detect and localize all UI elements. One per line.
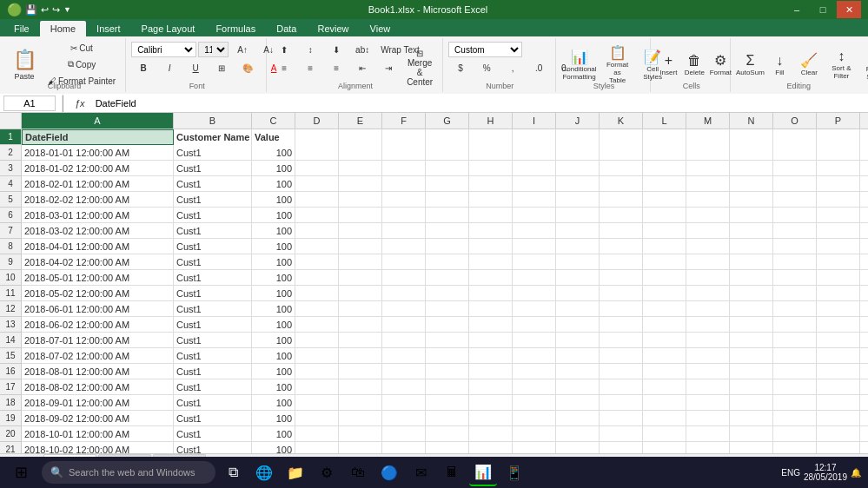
cell-r13-c6[interactable]	[426, 317, 469, 333]
cell-r18-c5[interactable]	[382, 395, 426, 411]
row-header-11[interactable]: 11	[0, 286, 22, 301]
cell-r9-c9[interactable]	[556, 254, 600, 270]
cell-r10-c5[interactable]	[382, 270, 426, 286]
cell-r13-c12[interactable]	[686, 317, 730, 333]
cell-r11-c6[interactable]	[426, 286, 469, 301]
cell-r17-c2[interactable]: 100	[252, 379, 295, 395]
cell-r14-c3[interactable]	[295, 333, 339, 348]
cell-r19-c4[interactable]	[339, 411, 382, 426]
cell-r11-c7[interactable]	[469, 286, 513, 301]
cell-r5-c6[interactable]	[426, 192, 469, 208]
cell-r14-c0[interactable]: 2018-07-01 12:00:00 AM	[22, 333, 174, 348]
cell-r15-c15[interactable]	[817, 348, 860, 364]
cell-r9-c5[interactable]	[382, 254, 426, 270]
cell-r16-c4[interactable]	[339, 364, 382, 379]
cell-r19-c1[interactable]: Cust1	[174, 411, 252, 426]
cell-r4-c7[interactable]	[469, 176, 513, 192]
autosum-button[interactable]: Σ AutoSum	[736, 42, 764, 87]
cell-r9-c0[interactable]: 2018-04-02 12:00:00 AM	[22, 254, 174, 270]
cell-r16-c12[interactable]	[686, 364, 730, 379]
cell-r7-c9[interactable]	[556, 223, 600, 239]
cell-r12-c15[interactable]	[817, 301, 860, 317]
cell-r7-c15[interactable]	[817, 223, 860, 239]
cell-r3-c5[interactable]	[382, 161, 426, 176]
cell-r20-c2[interactable]: 100	[252, 426, 295, 442]
cell-r19-c11[interactable]	[643, 411, 686, 426]
cell-r6-c6[interactable]	[426, 208, 469, 223]
cell-r4-c16[interactable]	[860, 176, 868, 192]
cell-r3-c12[interactable]	[686, 161, 730, 176]
cell-r1-c13[interactable]	[730, 129, 773, 145]
cell-r12-c6[interactable]	[426, 301, 469, 317]
cell-r20-c14[interactable]	[773, 426, 817, 442]
cell-r5-c14[interactable]	[773, 192, 817, 208]
cell-r21-c9[interactable]	[556, 442, 600, 453]
row-header-2[interactable]: 2	[0, 145, 22, 161]
cell-r4-c6[interactable]	[426, 176, 469, 192]
edge-button[interactable]: 🌐	[250, 458, 278, 486]
cell-r14-c11[interactable]	[643, 333, 686, 348]
col-header-g[interactable]: G	[426, 113, 469, 129]
align-center-button[interactable]: ≡	[298, 60, 322, 76]
cell-r12-c3[interactable]	[295, 301, 339, 317]
cell-r5-c13[interactable]	[730, 192, 773, 208]
cell-r11-c9[interactable]	[556, 286, 600, 301]
cell-r17-c6[interactable]	[426, 379, 469, 395]
formula-input[interactable]	[92, 96, 865, 111]
cell-r5-c10[interactable]	[600, 192, 643, 208]
cell-r20-c3[interactable]	[295, 426, 339, 442]
percent-button[interactable]: $	[448, 60, 473, 76]
cell-r20-c6[interactable]	[426, 426, 469, 442]
cell-r16-c16[interactable]	[860, 364, 868, 379]
cell-r4-c13[interactable]	[730, 176, 773, 192]
cell-r4-c1[interactable]: Cust1	[174, 176, 252, 192]
cell-r15-c1[interactable]: Cust1	[174, 348, 252, 364]
cell-r21-c13[interactable]	[730, 442, 773, 453]
cell-r9-c6[interactable]	[426, 254, 469, 270]
cell-r1-c12[interactable]	[686, 129, 730, 145]
cell-r11-c16[interactable]	[860, 286, 868, 301]
cell-r16-c1[interactable]: Cust1	[174, 364, 252, 379]
cell-r7-c11[interactable]	[643, 223, 686, 239]
row-header-17[interactable]: 17	[0, 379, 22, 395]
cell-r13-c3[interactable]	[295, 317, 339, 333]
cell-r15-c16[interactable]	[860, 348, 868, 364]
cell-r13-c15[interactable]	[817, 317, 860, 333]
cell-r10-c3[interactable]	[295, 270, 339, 286]
cell-r3-c7[interactable]	[469, 161, 513, 176]
cell-r3-c11[interactable]	[643, 161, 686, 176]
align-middle-button[interactable]: ↕	[298, 42, 322, 57]
cell-r14-c2[interactable]: 100	[252, 333, 295, 348]
cell-r10-c2[interactable]: 100	[252, 270, 295, 286]
decrease-indent-button[interactable]: ⇤	[350, 60, 374, 76]
increase-indent-button[interactable]: ⇥	[376, 60, 401, 76]
select-all-corner[interactable]	[0, 113, 22, 129]
paste-button[interactable]: 📋 Paste	[7, 42, 42, 87]
cell-r17-c13[interactable]	[730, 379, 773, 395]
cell-r3-c2[interactable]: 100	[252, 161, 295, 176]
cell-r1-c2[interactable]: Value	[252, 129, 295, 145]
cell-r13-c8[interactable]	[513, 317, 556, 333]
cell-r8-c11[interactable]	[643, 239, 686, 254]
cell-r20-c11[interactable]	[643, 426, 686, 442]
cell-r1-c15[interactable]	[817, 129, 860, 145]
cell-r14-c7[interactable]	[469, 333, 513, 348]
cell-r12-c0[interactable]: 2018-06-01 12:00:00 AM	[22, 301, 174, 317]
cell-r17-c16[interactable]	[860, 379, 868, 395]
cell-r17-c12[interactable]	[686, 379, 730, 395]
cell-r5-c5[interactable]	[382, 192, 426, 208]
cell-r8-c8[interactable]	[513, 239, 556, 254]
cell-r17-c3[interactable]	[295, 379, 339, 395]
cell-r14-c12[interactable]	[686, 333, 730, 348]
cell-r13-c10[interactable]	[600, 317, 643, 333]
copy-button[interactable]: ⧉ Copy	[43, 56, 120, 72]
cell-r11-c14[interactable]	[773, 286, 817, 301]
cell-r12-c4[interactable]	[339, 301, 382, 317]
cell-r10-c8[interactable]	[513, 270, 556, 286]
cell-r1-c9[interactable]	[556, 129, 600, 145]
cell-r21-c3[interactable]	[295, 442, 339, 453]
cell-r15-c8[interactable]	[513, 348, 556, 364]
cell-r11-c1[interactable]: Cust1	[174, 286, 252, 301]
cell-r4-c3[interactable]	[295, 176, 339, 192]
cell-r6-c10[interactable]	[600, 208, 643, 223]
